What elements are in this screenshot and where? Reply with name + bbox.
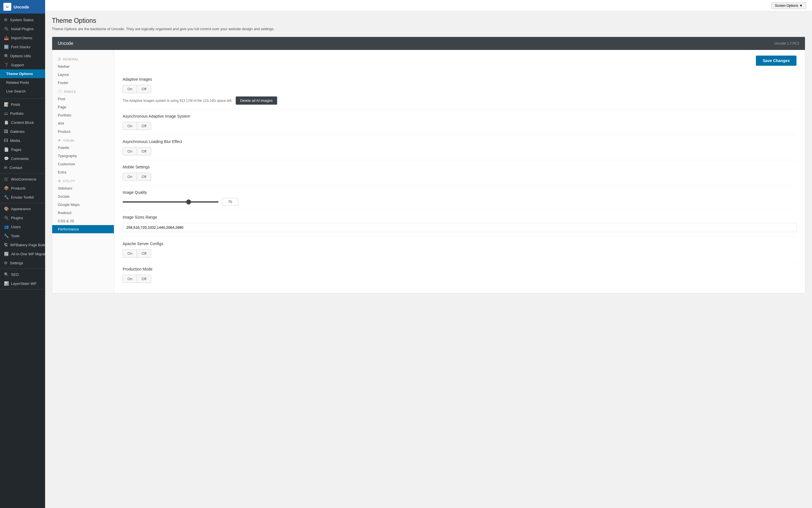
toggle-on-apache-configs[interactable]: On (123, 250, 137, 257)
sidebar-item-label: LayerSlider WP (11, 282, 36, 286)
toggle-on-production-mode[interactable]: On (123, 275, 137, 283)
nav-item-palette[interactable]: Palette (52, 143, 114, 152)
sidebar-item-pages[interactable]: 📄Pages (0, 145, 45, 154)
slider-image-quality[interactable] (123, 201, 219, 203)
theme-panel-header: Uncode Uncode 1.7.RC2 (52, 37, 805, 50)
sidebar-item-options-utils[interactable]: 🛠Options Utils (0, 51, 45, 60)
toggle-group-adaptive-images: OnOff (123, 85, 151, 93)
sidebar-item-appearance[interactable]: 🎨Appearance (0, 204, 45, 213)
text-input-image-sizes[interactable] (123, 223, 797, 232)
nav-item-layout[interactable]: Layout (52, 71, 114, 79)
sidebar-item-migration[interactable]: 🔄All-in-One WP Migration (0, 249, 45, 258)
sidebar-brand[interactable]: U Uncode (0, 0, 45, 13)
setting-label-mobile-settings: Mobile Settings (123, 165, 797, 169)
nav-item-sidebars[interactable]: Sidebars (52, 184, 114, 193)
nav-item-product[interactable]: Product (52, 127, 114, 136)
setting-row-image-quality: Image Quality70 (123, 185, 797, 210)
setting-control-production-mode: OnOff (123, 275, 797, 283)
sidebar-item-galleries[interactable]: 🖼Galleries (0, 127, 45, 136)
sidebar-item-label: Portfolio (10, 112, 24, 116)
sidebar-item-seo[interactable]: 🔍SEO (0, 270, 45, 279)
system-status-icon: ⚙ (4, 17, 8, 22)
toggle-off-async-blur[interactable]: Off (137, 147, 151, 155)
save-row: Save Changes (123, 55, 797, 66)
nav-item-post[interactable]: Post (52, 95, 114, 103)
setting-control-adaptive-images: OnOff (123, 85, 797, 93)
nav-item-navbar[interactable]: Navbar (52, 62, 114, 71)
settings-icon: ⚙ (4, 261, 8, 265)
sidebar-item-import-demo[interactable]: 📥Import Demo (0, 33, 45, 42)
import-demo-icon: 📥 (4, 36, 9, 40)
screen-options-button[interactable]: Screen Options ▼ (771, 2, 806, 9)
save-changes-button[interactable]: Save Changes (756, 55, 797, 66)
nav-section-icon: 📄 (58, 90, 62, 94)
nav-item-extra[interactable]: Extra (52, 168, 114, 176)
nav-item-404[interactable]: 404 (52, 119, 114, 127)
sidebar-item-content-block[interactable]: 📋Content Block (0, 118, 45, 127)
sidebar-item-comments[interactable]: 💬Comments (0, 154, 45, 163)
toggle-off-production-mode[interactable]: Off (137, 275, 151, 283)
nav-item-google-maps[interactable]: Google Maps (52, 201, 114, 209)
sidebar: U Uncode ⚙System Status🔌Install Plugins📥… (0, 0, 45, 508)
setting-row-async-adaptive: Asynchronous Adaptive Image SystemOnOff (123, 110, 797, 135)
sidebar-item-live-search[interactable]: Live Search (0, 87, 45, 96)
sidebar-item-media[interactable]: 🎞Media (0, 136, 45, 145)
nav-item-css-js[interactable]: CSS & JS (52, 217, 114, 225)
sidebar-item-layerslider[interactable]: 📊LayerSlider WP (0, 279, 45, 288)
setting-control-mobile-settings: OnOff (123, 173, 797, 181)
toggle-off-async-adaptive[interactable]: Off (137, 122, 151, 130)
nav-item-footer[interactable]: Footer (52, 79, 114, 87)
nav-item-customize[interactable]: Customize (52, 160, 114, 168)
tools-icon: 🔧 (4, 234, 9, 238)
nav-item-redirect[interactable]: Redirect (52, 209, 114, 217)
migration-icon: 🔄 (4, 252, 9, 256)
toggle-off-adaptive-images[interactable]: Off (137, 85, 151, 93)
toggle-on-mobile-settings[interactable]: On (123, 173, 137, 180)
sidebar-item-support[interactable]: ❓Support (0, 60, 45, 70)
toggle-on-async-blur[interactable]: On (123, 147, 137, 155)
sidebar-item-system-status[interactable]: ⚙System Status (0, 15, 45, 24)
sidebar-item-contact[interactable]: ✉Contact (0, 163, 45, 172)
sidebar-item-posts[interactable]: 📝Posts (0, 100, 45, 109)
nav-item-typography[interactable]: Typography (52, 152, 114, 160)
sidebar-item-wpbakery[interactable]: 🏗WPBakery Page Builder (0, 240, 45, 249)
sidebar-item-plugins[interactable]: 🔌Plugins (0, 213, 45, 222)
sidebar-item-users[interactable]: 👥Users (0, 222, 45, 231)
toggle-on-adaptive-images[interactable]: On (123, 85, 137, 93)
sidebar-item-theme-options[interactable]: Theme Options (0, 70, 45, 78)
sidebar-item-label: Appearance (11, 207, 31, 211)
screen-options-label: Screen Options (775, 4, 798, 8)
nav-item-page[interactable]: Page (52, 103, 114, 111)
sidebar-item-woocommerce[interactable]: 🛒WooCommerce (0, 175, 45, 184)
setting-label-image-sizes: Image Sizes Range (123, 215, 797, 219)
nav-section-visual: 👁VISUAL (52, 136, 114, 143)
sidebar-item-products[interactable]: 📦Products (0, 184, 45, 193)
nav-item-portfolio[interactable]: Portfolio (52, 111, 114, 119)
layerslider-icon: 📊 (4, 281, 9, 286)
sidebar-sections: 📝Posts🗂Portfolio📋Content Block🖼Galleries… (0, 100, 45, 291)
support-icon: ❓ (4, 62, 9, 67)
toggle-on-async-adaptive[interactable]: On (123, 122, 137, 130)
sidebar-item-font-stacks[interactable]: 🔤Font Stacks (0, 42, 45, 51)
setting-label-image-quality: Image Quality (123, 190, 797, 195)
sidebar-item-install-plugins[interactable]: 🔌Install Plugins (0, 24, 45, 33)
sidebar-item-related-posts[interactable]: Related Posts (0, 78, 45, 87)
posts-icon: 📝 (4, 102, 9, 107)
nav-item-performance[interactable]: Performance (52, 225, 114, 233)
sidebar-item-settings[interactable]: ⚙Settings (0, 258, 45, 267)
toggle-off-apache-configs[interactable]: Off (137, 250, 151, 257)
toggle-off-mobile-settings[interactable]: Off (137, 173, 151, 180)
sidebar-item-label: Tools (11, 234, 19, 238)
nav-item-socials[interactable]: Socials (52, 193, 114, 201)
sidebar-item-label: WooCommerce (11, 177, 36, 181)
sidebar-item-tools[interactable]: 🔧Tools (0, 231, 45, 240)
sidebar-item-envato-toolkit[interactable]: 🔧Envato Toolkit (0, 193, 45, 202)
panel-version: Uncode 1.7.RC2 (774, 41, 799, 45)
sidebar-item-portfolio[interactable]: 🗂Portfolio (0, 109, 45, 118)
sidebar-item-label: Envato Toolkit (11, 195, 34, 200)
setting-row-async-blur: Asynchronous Loading Blur EffectOnOff (123, 135, 797, 160)
sidebar-item-label: Import Demo (11, 36, 32, 40)
setting-label-apache-configs: Apache Server Configs (123, 242, 797, 246)
setting-row-image-sizes: Image Sizes Range (123, 210, 797, 237)
delete-button-adaptive-images[interactable]: Delete all AI images (236, 96, 277, 104)
